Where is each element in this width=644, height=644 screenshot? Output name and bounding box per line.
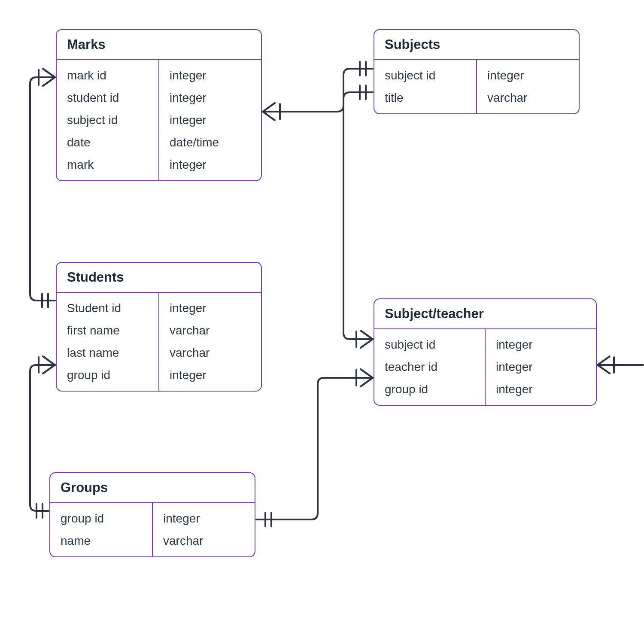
field-name: name <box>50 530 152 552</box>
field-type: varchar <box>159 342 261 364</box>
entity-groups-title: Groups <box>50 473 255 503</box>
svg-line-10 <box>43 356 55 365</box>
field-name: subject id <box>57 109 158 131</box>
field-name: subject id <box>374 334 485 356</box>
field-type: integer <box>486 356 596 378</box>
field-name: mark id <box>57 64 158 87</box>
field-type: integer <box>159 154 261 176</box>
field-type: integer <box>486 378 596 401</box>
field-type: integer <box>159 109 261 131</box>
field-name: student id <box>57 87 158 109</box>
field-type: date/time <box>159 131 261 154</box>
field-name: subject id <box>374 64 476 87</box>
entity-subject-teacher: Subject/teacher subject id teacher id gr… <box>374 298 597 406</box>
svg-line-11 <box>43 365 55 374</box>
svg-line-22 <box>361 369 373 378</box>
field-type: integer <box>477 64 579 87</box>
svg-line-18 <box>361 339 373 348</box>
field-type: integer <box>159 64 261 87</box>
field-name: last name <box>57 342 158 364</box>
field-name: teacher id <box>374 356 485 378</box>
field-type: integer <box>153 507 255 530</box>
field-name: group id <box>57 364 158 386</box>
field-name: title <box>374 87 476 109</box>
field-name: date <box>57 131 158 154</box>
field-name: mark <box>57 154 158 176</box>
field-type: integer <box>159 364 261 386</box>
field-type: integer <box>486 334 596 356</box>
field-type: varchar <box>159 319 261 342</box>
entity-students: Students Student id first name last name… <box>56 262 262 392</box>
field-type: varchar <box>153 530 255 552</box>
field-name: first name <box>57 319 158 342</box>
svg-line-6 <box>43 77 55 86</box>
entity-students-title: Students <box>57 263 261 293</box>
field-type: varchar <box>477 87 579 109</box>
entity-subjects-title: Subjects <box>374 30 579 60</box>
entity-marks-title: Marks <box>57 30 261 60</box>
svg-line-25 <box>598 356 610 365</box>
field-name: Student id <box>57 297 158 319</box>
entity-subject-teacher-title: Subject/teacher <box>374 299 596 329</box>
entity-subjects: Subjects subject id title integer varcha… <box>374 29 580 114</box>
svg-line-1 <box>263 112 275 120</box>
svg-line-23 <box>361 378 373 386</box>
entity-groups: Groups group id name integer varchar <box>49 472 255 557</box>
field-type: integer <box>159 297 261 319</box>
entity-marks: Marks mark id student id subject id date… <box>56 29 262 181</box>
svg-line-17 <box>361 331 373 339</box>
svg-line-0 <box>263 103 275 112</box>
field-name: group id <box>374 378 485 401</box>
svg-line-26 <box>598 365 610 374</box>
field-name: group id <box>50 507 152 530</box>
field-type: integer <box>159 87 261 109</box>
svg-line-5 <box>43 69 55 77</box>
